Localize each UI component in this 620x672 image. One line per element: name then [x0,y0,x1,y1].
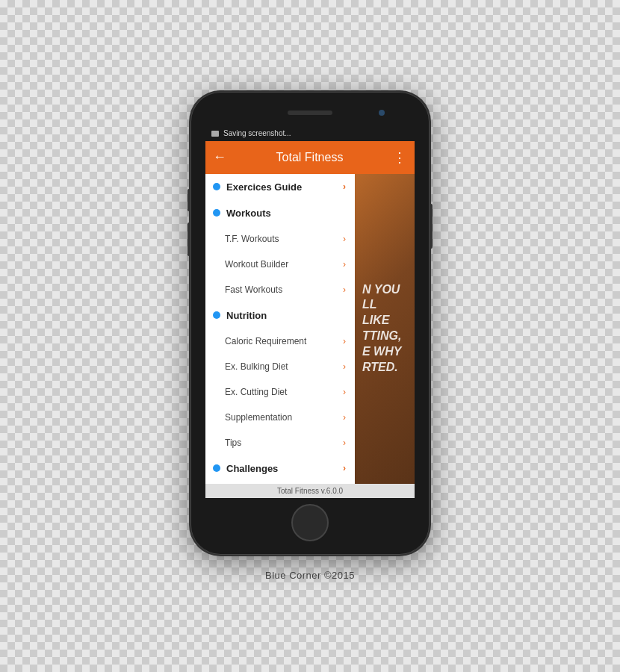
nav-item-utilities[interactable]: Utilities [205,482,355,484]
phone-screen: Saving screenshot... ← Total Fitness ⋮ E… [205,126,415,498]
nav-item-caloric-requirement[interactable]: Caloric Requirement› [205,329,355,354]
app-title: Total Fitness [232,151,387,164]
nav-sub-item-label: Ex. Bulking Diet [225,361,343,372]
nav-item-tips[interactable]: Tips› [205,430,355,455]
chevron-right-icon: › [343,259,346,270]
nav-item-label: Nutrition [226,310,346,321]
motivational-text: N YOU LL LIKE TTING, E WHY RTED. [355,275,415,383]
nav-item-workouts[interactable]: Workouts [205,200,355,226]
app-version-text: Total Fitness v.6.0.0 [277,487,343,495]
nav-dot [213,209,220,217]
nav-sub-item-label: Workout Builder [225,259,343,270]
nav-dot [213,464,220,472]
nav-sub-item-label: T.F. Workouts [225,234,343,244]
nav-item-ex-cutting-diet[interactable]: Ex. Cutting Diet› [205,379,355,405]
status-bar: Saving screenshot... [205,126,415,141]
content-area: Exercices Guide›WorkoutsT.F. Workouts›Wo… [205,174,415,484]
overflow-menu-button[interactable]: ⋮ [393,149,407,166]
nav-item-supplementation[interactable]: Supplementation› [205,405,355,430]
nav-dot [213,183,220,190]
nav-sub-item-label: Caloric Requirement [225,336,343,346]
volume-up-button[interactable] [187,189,190,211]
volume-down-button[interactable] [187,223,190,256]
credit-text: Blue Corner ©2015 [265,570,355,581]
chevron-right-icon: › [343,412,346,423]
nav-item-fast-workouts[interactable]: Fast Workouts› [205,277,355,302]
app-footer: Total Fitness v.6.0.0 [205,484,415,498]
nav-item-label: Exercices Guide [226,181,343,193]
nav-menu: Exercices Guide›WorkoutsT.F. Workouts›Wo… [205,174,355,484]
nav-item-exercises-guide[interactable]: Exercices Guide› [205,174,355,200]
nav-item-ex-bulking-diet[interactable]: Ex. Bulking Diet› [205,354,355,379]
phone-top-bar [198,105,422,120]
nav-item-workout-builder[interactable]: Workout Builder› [205,252,355,277]
chevron-right-icon: › [343,463,346,473]
nav-sub-item-label: Fast Workouts [225,284,343,295]
app-bar: ← Total Fitness ⋮ [205,141,415,174]
chevron-right-icon: › [343,284,346,295]
chevron-right-icon: › [343,234,346,244]
nav-item-challenges[interactable]: Challenges› [205,455,355,482]
nav-sub-item-label: Tips [225,438,343,448]
nav-item-nutrition[interactable]: Nutrition [205,302,355,329]
nav-item-label: Workouts [226,208,346,219]
nav-item-tf-workouts[interactable]: T.F. Workouts› [205,226,355,252]
nav-sub-item-label: Ex. Cutting Diet [225,387,343,397]
chevron-right-icon: › [343,438,346,448]
motivational-image-panel: N YOU LL LIKE TTING, E WHY RTED. [355,174,415,484]
status-bar-text: Saving screenshot... [223,129,291,137]
back-button[interactable]: ← [213,149,226,165]
chevron-right-icon: › [343,336,346,346]
chevron-right-icon: › [343,387,346,397]
chevron-right-icon: › [343,361,346,372]
screenshot-icon [211,131,219,137]
power-button[interactable] [430,204,433,249]
chevron-right-icon: › [343,181,346,192]
home-button[interactable] [291,504,329,541]
nav-sub-item-label: Supplementation [225,412,343,423]
phone-speaker [288,111,332,115]
nav-item-label: Challenges [226,463,343,474]
phone-device: Saving screenshot... ← Total Fitness ⋮ E… [190,92,430,555]
nav-dot [213,311,220,319]
phone-camera [379,110,385,116]
